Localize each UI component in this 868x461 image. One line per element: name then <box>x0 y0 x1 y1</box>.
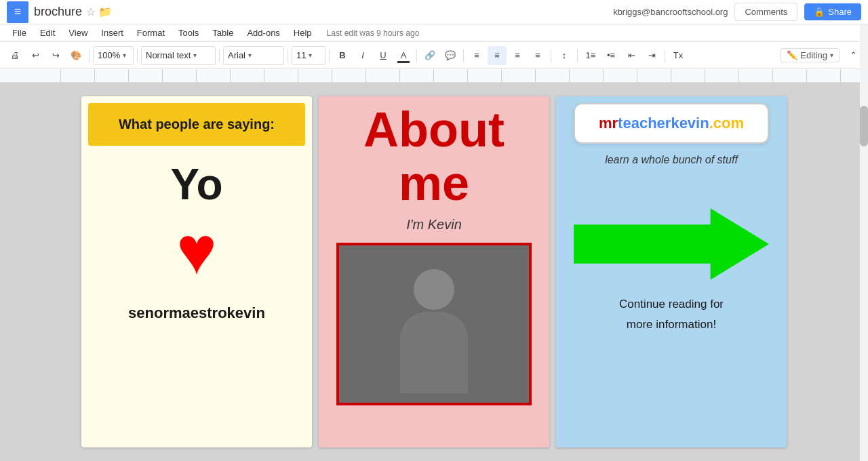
undo-button[interactable]: ↩ <box>26 46 45 65</box>
more-info-text: more information! <box>619 318 724 332</box>
menu-edit[interactable]: Edit <box>35 26 60 39</box>
divider9 <box>577 49 578 62</box>
menu-bar: File Edit View Insert Format Tools Table… <box>0 24 868 42</box>
divider4 <box>288 49 288 62</box>
green-arrow-icon <box>574 207 769 281</box>
kevin-text: kevin <box>671 115 709 132</box>
com-text: .com <box>709 115 744 132</box>
print-button[interactable]: 🖨 <box>5 46 24 65</box>
font-size-dropdown[interactable]: 11 ▾ <box>292 46 326 65</box>
menu-file[interactable]: File <box>7 26 32 39</box>
divider8 <box>551 49 551 62</box>
photo-frame <box>336 243 532 405</box>
scrollbar[interactable] <box>860 24 868 461</box>
align-right-button[interactable]: ≡ <box>508 46 527 65</box>
numbered-list-button[interactable]: 1≡ <box>581 46 600 65</box>
arrow-container <box>574 207 769 284</box>
style-dropdown[interactable]: Normal text ▾ <box>141 46 216 65</box>
user-email: kbriggs@bancrooftschool.org <box>613 7 728 17</box>
comments-button[interactable]: Comments <box>734 3 797 21</box>
bold-button[interactable]: B <box>333 46 352 65</box>
align-left-button[interactable]: ≡ <box>467 46 486 65</box>
senor-name-text: senormaestrokevin <box>128 304 265 322</box>
continue-text-block: Continue reading for more information! <box>619 291 724 332</box>
justify-button[interactable]: ≡ <box>528 46 547 65</box>
align-center-button[interactable]: ≡ <box>488 46 507 65</box>
zoom-value: 100% <box>98 50 120 60</box>
website-text: mrteacherkevin.com <box>599 115 744 132</box>
learn-text: learn a whole bunch of stuff <box>605 154 738 166</box>
menu-view[interactable]: View <box>63 26 93 39</box>
comment-button[interactable]: 💬 <box>441 46 460 65</box>
yellow-callout-box: What people are saying: <box>88 103 305 146</box>
document-title[interactable]: brochure <box>34 5 82 19</box>
style-value: Normal text <box>146 50 191 60</box>
last-edit-text: Last edit was 9 hours ago <box>327 28 420 38</box>
user-info: kbriggs@bancrooftschool.org Comments 🔒 S… <box>613 3 861 21</box>
editing-label: Editing <box>800 50 827 60</box>
menu-addons[interactable]: Add-ons <box>241 26 285 39</box>
ruler-line <box>27 69 841 82</box>
font-dropdown[interactable]: Arial ▾ <box>223 46 284 65</box>
font-size-chevron: ▾ <box>309 52 312 59</box>
clear-formatting-button[interactable]: Tx <box>669 46 688 65</box>
paint-format-button[interactable]: 🎨 <box>66 46 85 65</box>
style-chevron: ▾ <box>193 52 197 59</box>
zoom-dropdown[interactable]: 100% ▾ <box>93 46 134 65</box>
website-box: mrteacherkevin.com <box>574 103 769 144</box>
text-color-button[interactable]: A <box>394 46 413 65</box>
yo-text: Yo <box>170 159 222 209</box>
edit-pencil-icon: ✏️ <box>787 50 797 60</box>
about-me-heading: About me <box>326 103 542 210</box>
mr-text: mr <box>599 115 618 132</box>
lock-icon: 🔒 <box>814 7 825 17</box>
redo-button[interactable]: ↪ <box>46 46 65 65</box>
underline-button[interactable]: U <box>374 46 393 65</box>
content-area: What people are saying: Yo ♥ senormaestr… <box>0 83 868 461</box>
toolbar: 🖨 ↩ ↪ 🎨 100% ▾ Normal text ▾ Arial ▾ 11 … <box>0 42 868 69</box>
panel-2: About me I'm Kevin <box>319 96 549 447</box>
editing-chevron: ▾ <box>830 52 833 59</box>
person-photo <box>339 245 529 403</box>
menu-help[interactable]: Help <box>288 26 317 39</box>
im-kevin-text: I'm Kevin <box>406 217 462 233</box>
app-menu-icon[interactable]: ≡ <box>7 1 28 23</box>
folder-icon[interactable]: 📁 <box>98 5 112 18</box>
panel-1: What people are saying: Yo ♥ senormaestr… <box>81 96 312 447</box>
font-value: Arial <box>228 50 245 60</box>
menu-insert[interactable]: Insert <box>96 26 129 39</box>
divider3 <box>219 49 220 62</box>
divider2 <box>137 49 138 62</box>
teacher-text: teacher <box>618 115 671 132</box>
editing-mode-dropdown[interactable]: ✏️ Editing ▾ <box>781 48 840 62</box>
continue-reading-text: Continue reading for <box>619 298 724 311</box>
divider10 <box>665 49 665 62</box>
heart-icon: ♥ <box>176 216 216 284</box>
font-chevron: ▾ <box>248 52 252 59</box>
menu-table[interactable]: Table <box>207 26 239 39</box>
increase-indent-button[interactable]: ⇥ <box>642 46 661 65</box>
divider1 <box>89 49 90 62</box>
font-size-value: 11 <box>296 50 306 60</box>
link-button[interactable]: 🔗 <box>420 46 439 65</box>
scroll-thumb[interactable] <box>860 106 868 146</box>
callout-text: What people are saying: <box>119 117 275 132</box>
divider6 <box>416 49 417 62</box>
zoom-chevron: ▾ <box>123 52 126 59</box>
share-button[interactable]: 🔒 Share <box>804 3 861 20</box>
svg-marker-0 <box>574 208 769 280</box>
menu-format[interactable]: Format <box>132 26 170 39</box>
italic-button[interactable]: I <box>353 46 372 65</box>
top-bar: ≡ brochure ☆ 📁 kbriggs@bancrooftschool.o… <box>0 0 868 24</box>
ruler <box>0 69 868 83</box>
panel-3: mrteacherkevin.com learn a whole bunch o… <box>556 96 787 447</box>
bullet-list-button[interactable]: •≡ <box>601 46 620 65</box>
divider5 <box>329 49 330 62</box>
star-icon[interactable]: ☆ <box>86 5 96 18</box>
line-spacing-button[interactable]: ↕ <box>555 46 574 65</box>
decrease-indent-button[interactable]: ⇤ <box>622 46 641 65</box>
menu-tools[interactable]: Tools <box>173 26 204 39</box>
divider7 <box>463 49 464 62</box>
